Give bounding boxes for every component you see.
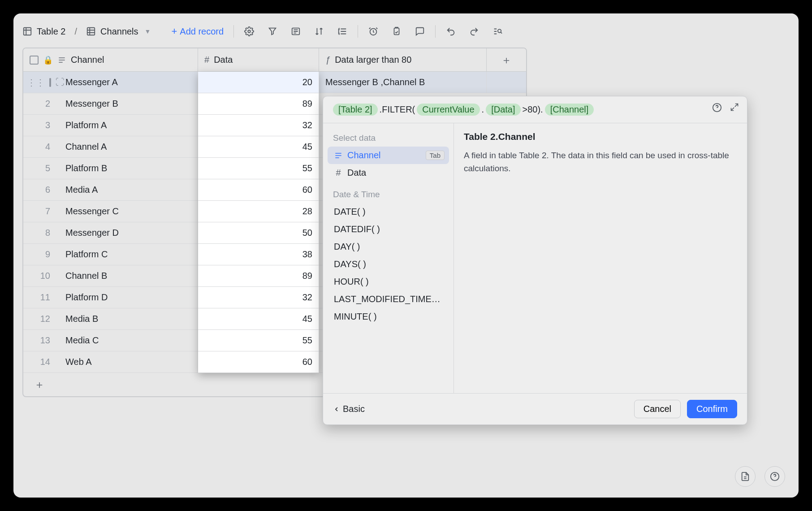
row-gutter[interactable]: 6 [23, 179, 59, 200]
hash-icon: # [204, 55, 209, 65]
cell-channel[interactable]: Platform D [59, 287, 198, 308]
picker-option-channel[interactable]: Channel Tab [328, 147, 449, 164]
col-header-label: Channel [71, 55, 104, 65]
svg-point-2 [248, 30, 251, 33]
picker-option-function[interactable]: DAY( ) [328, 238, 449, 256]
col-header-data[interactable]: # Data [198, 48, 319, 71]
back-to-basic-button[interactable]: Basic [333, 404, 365, 414]
row-height-icon[interactable] [337, 26, 348, 37]
row-gutter[interactable]: 10 [23, 265, 59, 286]
doc-float-button[interactable] [735, 466, 756, 487]
cell-data[interactable]: 45 [198, 308, 319, 329]
cell-data[interactable]: 60 [198, 179, 319, 200]
cell-data[interactable]: 45 [198, 136, 319, 157]
table-row[interactable]: ⋮⋮⛶Messenger A20Messenger B ,Channel B [23, 72, 526, 93]
formula-token-data: [Data] [486, 104, 520, 116]
add-column-button[interactable]: ＋ [487, 48, 526, 71]
reminder-icon[interactable] [368, 26, 379, 37]
select-all-checkbox[interactable] [30, 56, 39, 65]
cancel-button[interactable]: Cancel [634, 400, 681, 418]
cell-data[interactable]: 55 [198, 330, 319, 351]
table-header-row: 🔒 Channel # Data ƒ Data larger than 80 ＋ [23, 48, 526, 72]
cell-channel[interactable]: Web A [59, 351, 198, 372]
svg-point-6 [498, 29, 501, 32]
row-gutter[interactable]: 7 [23, 201, 59, 222]
row-gutter[interactable]: 14 [23, 351, 59, 372]
cell-channel[interactable]: Channel B [59, 265, 198, 286]
expand-icon[interactable] [730, 103, 739, 113]
toolbar-divider [358, 25, 358, 38]
row-gutter[interactable]: 9 [23, 244, 59, 265]
formula-text: >80). [523, 104, 543, 115]
picker-option-function[interactable]: DATEDIF( ) [328, 221, 449, 238]
cell-data[interactable]: 28 [198, 201, 319, 222]
picker-option-function[interactable]: HOUR( ) [328, 273, 449, 290]
cell-channel[interactable]: Platform C [59, 244, 198, 265]
picker-option-function[interactable]: DAYS( ) [328, 256, 449, 273]
tab-hint-chip: Tab [426, 151, 445, 160]
cell-channel[interactable]: Media C [59, 330, 198, 351]
cell-channel[interactable]: Platform A [59, 115, 198, 136]
col-header-label: Data larger than 80 [335, 55, 411, 65]
cell-channel[interactable]: Messenger A [59, 72, 198, 93]
cell-data[interactable]: 55 [198, 158, 319, 179]
row-gutter[interactable]: 3 [23, 115, 59, 136]
picker-option-function[interactable]: MINUTE( ) [328, 308, 449, 325]
cell-formula-result[interactable]: Messenger B ,Channel B [319, 72, 487, 93]
redo-icon[interactable] [469, 26, 479, 37]
picker-group-label: Date & Time [326, 186, 451, 203]
clipboard-icon[interactable] [391, 26, 402, 37]
toolbar-divider [233, 25, 234, 38]
group-icon[interactable] [290, 26, 301, 37]
row-gutter[interactable]: 8 [23, 222, 59, 243]
cell-data[interactable]: 32 [198, 115, 319, 136]
cell-channel[interactable]: Media A [59, 179, 198, 200]
row-gutter[interactable]: ⋮⋮⛶ [23, 72, 59, 93]
add-record-button[interactable]: + Add record [171, 26, 224, 37]
confirm-button[interactable]: Confirm [687, 400, 737, 418]
add-record-label: Add record [180, 26, 224, 37]
cell-data[interactable]: 20 [198, 72, 319, 93]
cell-data[interactable]: 38 [198, 244, 319, 265]
formula-text: .FILTER( [380, 104, 415, 115]
cell-channel[interactable]: Platform B [59, 158, 198, 179]
row-gutter[interactable]: 4 [23, 136, 59, 157]
cell-channel[interactable]: Messenger C [59, 201, 198, 222]
formula-token-channel: [Channel] [545, 104, 594, 116]
cell-data[interactable]: 89 [198, 93, 319, 114]
cell-channel[interactable]: Messenger D [59, 222, 198, 243]
picker-option-function[interactable]: LAST_MODIFIED_TIME… [328, 290, 449, 308]
col-header-formula[interactable]: ƒ Data larger than 80 [319, 48, 487, 71]
cell-data[interactable]: 60 [198, 351, 319, 372]
filter-icon[interactable] [267, 26, 278, 37]
row-gutter[interactable]: 12 [23, 308, 59, 329]
drag-handle-icon[interactable]: ⋮⋮ [27, 77, 45, 88]
cell-channel[interactable]: Messenger B [59, 93, 198, 114]
col-header-channel[interactable]: 🔒 Channel [23, 48, 198, 71]
table-name-label: Table 2 [37, 26, 66, 37]
help-float-button[interactable] [764, 466, 785, 487]
cell-channel[interactable]: Channel A [59, 136, 198, 157]
add-row-button[interactable]: ＋ [34, 377, 45, 392]
picker-option-function[interactable]: DATE( ) [328, 203, 449, 221]
help-icon[interactable] [712, 103, 722, 113]
search-icon[interactable] [492, 26, 503, 37]
gear-icon[interactable] [244, 26, 255, 37]
row-gutter[interactable]: 5 [23, 158, 59, 179]
row-gutter[interactable]: 13 [23, 330, 59, 351]
row-gutter[interactable]: 2 [23, 93, 59, 114]
comment-icon[interactable] [415, 26, 425, 37]
sort-icon[interactable] [314, 26, 324, 37]
view-crumb[interactable]: Channels ▼ [86, 26, 151, 37]
cell-channel[interactable]: Media B [59, 308, 198, 329]
back-label: Basic [343, 404, 365, 414]
cell-data[interactable]: 89 [198, 265, 319, 286]
row-gutter[interactable]: 11 [23, 287, 59, 308]
cell-data[interactable]: 50 [198, 222, 319, 243]
row-checkbox[interactable] [49, 78, 51, 87]
picker-option-data[interactable]: # Data [328, 164, 449, 182]
formula-input[interactable]: [Table 2] .FILTER( CurrentValue . [Data]… [323, 96, 747, 123]
undo-icon[interactable] [445, 26, 456, 37]
cell-data[interactable]: 32 [198, 287, 319, 308]
table-crumb[interactable]: Table 2 [22, 26, 66, 37]
